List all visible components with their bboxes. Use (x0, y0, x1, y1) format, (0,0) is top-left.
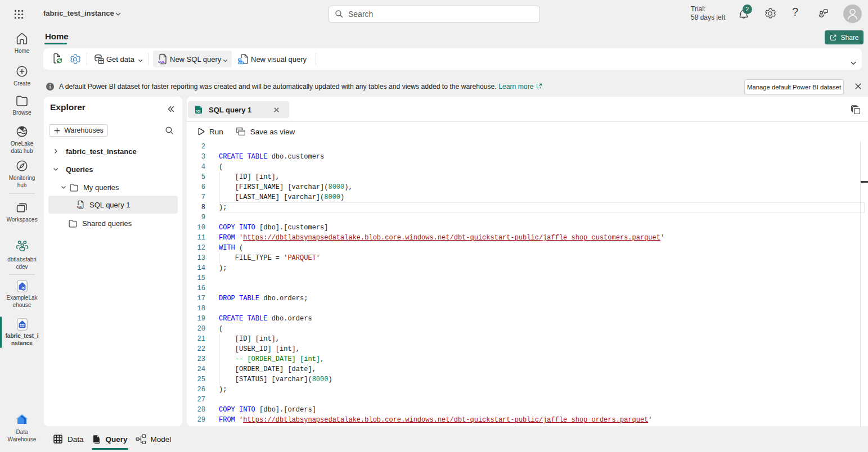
svg-text:SQL: SQL (196, 110, 201, 113)
svg-text:SQL: SQL (77, 206, 82, 209)
svg-text:SQL: SQL (158, 60, 165, 64)
